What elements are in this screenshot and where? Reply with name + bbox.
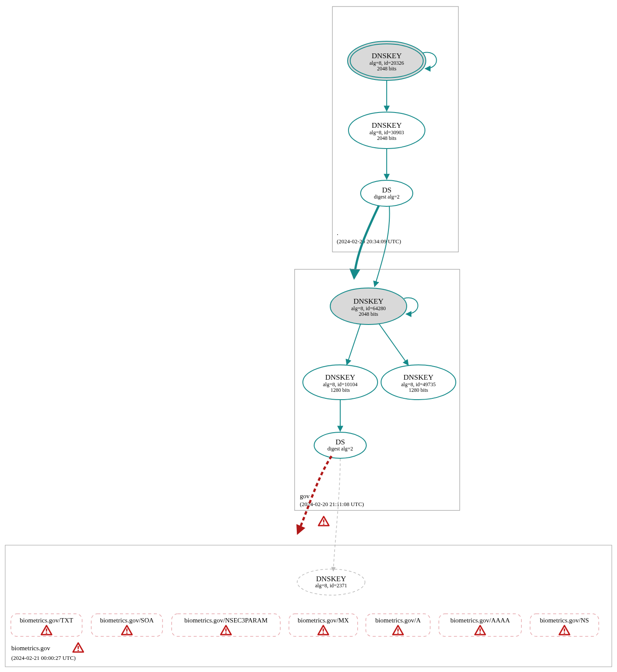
zone-gov: gov (2024-02-20 21:11:08 UTC) DNSKEY alg…: [295, 269, 460, 510]
svg-text:DNSKEY: DNSKEY: [404, 373, 434, 381]
edge-rootds-govksk: [375, 206, 390, 287]
zone-bio-name: biometrics.gov: [11, 645, 50, 652]
svg-text:DNSKEY: DNSKEY: [372, 52, 402, 60]
node-gov-ksk: DNSKEY alg=8, id=64280 2048 bits: [330, 288, 407, 324]
svg-text:alg=8, id=2371: alg=8, id=2371: [315, 583, 347, 589]
svg-text:biometrics.gov/TXT: biometrics.gov/TXT: [20, 617, 73, 624]
edge-gov-ksk-zsk2: [379, 324, 408, 365]
svg-text:digest alg=2: digest alg=2: [327, 446, 353, 452]
svg-text:DS: DS: [335, 438, 345, 446]
svg-text:1280 bits: 1280 bits: [409, 387, 428, 393]
warning-icon: [73, 643, 83, 652]
node-gov-zsk1: DNSKEY alg=8, id=10104 1280 bits: [303, 365, 378, 400]
svg-text:2048 bits: 2048 bits: [359, 311, 378, 317]
svg-text:biometrics.gov/NS: biometrics.gov/NS: [540, 617, 589, 624]
zone-gov-name: gov: [300, 493, 310, 500]
rr-aaaa: biometrics.gov/AAAA: [439, 614, 521, 636]
node-gov-ds: DS digest alg=2: [314, 432, 366, 458]
edge-gov-ksk-zsk1: [347, 324, 361, 365]
warning-icon: [318, 516, 329, 526]
rr-nsec3param: biometrics.gov/NSEC3PARAM: [172, 614, 280, 636]
zone-biometrics: biometrics.gov (2024-02-21 00:00:27 UTC)…: [5, 545, 612, 667]
svg-text:DNSKEY: DNSKEY: [354, 297, 384, 305]
warning-icon: [475, 626, 485, 635]
warning-icon: [393, 626, 403, 635]
svg-text:alg=8, id=64280: alg=8, id=64280: [351, 305, 386, 311]
svg-text:(2024-02-21 00:00:27 UTC): (2024-02-21 00:00:27 UTC): [11, 655, 76, 661]
svg-rect-32: [5, 545, 612, 667]
zone-root-ts: (2024-02-20 20:34:09 UTC): [337, 238, 401, 245]
rr-soa: biometrics.gov/SOA: [91, 614, 163, 636]
dnssec-diagram: . (2024-02-20 20:34:09 UTC) DNSKEY alg=8…: [0, 0, 617, 672]
svg-text:alg=8, id=10104: alg=8, id=10104: [323, 381, 358, 387]
node-root-ksk: DNSKEY alg=8, id=20326 2048 bits: [348, 41, 426, 80]
svg-text:DS: DS: [382, 186, 391, 194]
svg-text:DNSKEY: DNSKEY: [325, 373, 355, 381]
node-gov-zsk2: DNSKEY alg=8, id=49735 1280 bits: [381, 365, 456, 400]
svg-text:alg=8, id=20326: alg=8, id=20326: [369, 60, 404, 66]
warning-icon: [122, 626, 132, 635]
node-bio-key: DNSKEY alg=8, id=2371: [297, 569, 365, 595]
svg-text:digest alg=2: digest alg=2: [374, 194, 399, 200]
zone-root-name: .: [337, 229, 338, 236]
svg-text:biometrics.gov/AAAA: biometrics.gov/AAAA: [450, 617, 510, 624]
svg-text:DNSKEY: DNSKEY: [372, 121, 402, 129]
svg-text:alg=8, id=30903: alg=8, id=30903: [369, 129, 404, 136]
node-root-ds: DS digest alg=2: [361, 180, 413, 206]
svg-text:2048 bits: 2048 bits: [377, 66, 397, 72]
rr-mx: biometrics.gov/MX: [289, 614, 358, 636]
svg-text:alg=8, id=49735: alg=8, id=49735: [401, 381, 436, 387]
zone-root: . (2024-02-20 20:34:09 UTC) DNSKEY alg=8…: [332, 7, 458, 252]
rr-ns: biometrics.gov/NS: [530, 614, 599, 636]
svg-text:DNSKEY: DNSKEY: [316, 575, 346, 583]
node-root-zsk: DNSKEY alg=8, id=30903 2048 bits: [348, 112, 425, 149]
warning-icon: [221, 626, 231, 635]
warning-icon: [559, 626, 570, 635]
svg-text:1280 bits: 1280 bits: [331, 387, 350, 393]
svg-text:2048 bits: 2048 bits: [377, 135, 397, 141]
svg-text:biometrics.gov/SOA: biometrics.gov/SOA: [100, 617, 154, 624]
rr-txt: biometrics.gov/TXT: [11, 614, 82, 636]
svg-text:biometrics.gov/A: biometrics.gov/A: [375, 617, 421, 624]
svg-text:biometrics.gov/NSEC3PARAM: biometrics.gov/NSEC3PARAM: [184, 617, 268, 624]
warning-icon: [41, 626, 52, 635]
warning-icon: [318, 626, 328, 635]
edge-govds-biokey: [333, 459, 340, 571]
rr-a: biometrics.gov/A: [366, 614, 430, 636]
svg-text:biometrics.gov/MX: biometrics.gov/MX: [298, 617, 349, 624]
